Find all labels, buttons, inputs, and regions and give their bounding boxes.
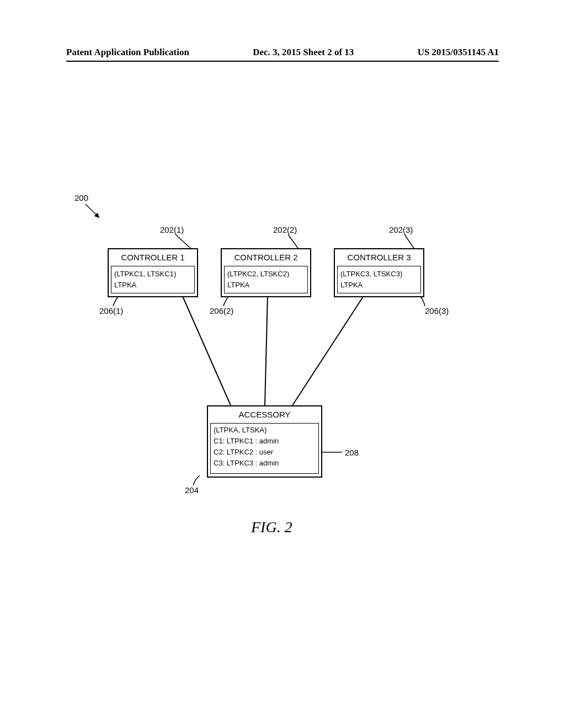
ref-c2box: 206(2) bbox=[210, 306, 233, 315]
accessory-title: ACCESSORY bbox=[208, 410, 321, 419]
accessory-line3: C2: LTPKC2 : user bbox=[214, 448, 273, 456]
ref-c3: 202(3) bbox=[389, 225, 413, 234]
controller-2-line2: LTPKA bbox=[227, 281, 249, 289]
controller-2-title: CONTROLLER 2 bbox=[222, 253, 310, 262]
ref-accbox: 208 bbox=[345, 448, 359, 457]
controller-3-line1: (LTPKC3, LTSKC3) bbox=[340, 270, 402, 278]
svg-line-2 bbox=[288, 234, 298, 248]
controller-3-title: CONTROLLER 3 bbox=[335, 253, 423, 262]
page-root: Patent Application Publication Dec. 3, 2… bbox=[0, 0, 565, 728]
ref-c3box: 206(3) bbox=[425, 306, 449, 315]
svg-line-5 bbox=[265, 295, 268, 405]
controller-3-line2: LTPKA bbox=[340, 281, 363, 289]
controller-1-line2: LTPKA bbox=[114, 281, 136, 289]
ref-c1: 202(1) bbox=[160, 225, 184, 234]
ref-system: 200 bbox=[74, 193, 88, 202]
figure-caption: FIG. 2 bbox=[251, 518, 292, 536]
accessory-line2: C1: LTPKC1 : admin bbox=[214, 437, 279, 445]
ref-c1box: 206(1) bbox=[99, 306, 123, 315]
controller-2-line1: (LTPKC2, LTSKC2) bbox=[227, 270, 289, 278]
controller-1-line1: (LTPKC1, LTSKC1) bbox=[114, 270, 176, 278]
controller-2-box: CONTROLLER 2 (LTPKC2, LTSKC2) LTPKA bbox=[221, 248, 311, 297]
controller-3-box: CONTROLLER 3 (LTPKC3, LTSKC3) LTPKA bbox=[334, 248, 424, 297]
accessory-inner: (LTPKA, LTSKA) C1: LTPKC1 : admin C2: LT… bbox=[210, 423, 319, 474]
controller-2-inner: (LTPKC2, LTSKC2) LTPKA bbox=[224, 266, 308, 293]
controller-1-inner: (LTPKC1, LTSKC1) LTPKA bbox=[111, 266, 195, 293]
controller-1-title: CONTROLLER 1 bbox=[109, 253, 197, 262]
svg-line-0 bbox=[86, 204, 99, 218]
controller-3-inner: (LTPKC3, LTSKC3) LTPKA bbox=[337, 266, 421, 293]
accessory-line4: C3: LTPKC3 : admin bbox=[214, 459, 279, 467]
accessory-line1: (LTPKA, LTSKA) bbox=[214, 426, 266, 434]
svg-line-6 bbox=[292, 295, 364, 405]
accessory-box: ACCESSORY (LTPKA, LTSKA) C1: LTPKC1 : ad… bbox=[207, 405, 322, 478]
controller-1-box: CONTROLLER 1 (LTPKC1, LTSKC1) LTPKA bbox=[108, 248, 198, 297]
ref-c2: 202(2) bbox=[273, 225, 297, 234]
ref-acc: 204 bbox=[185, 485, 199, 495]
svg-line-1 bbox=[175, 234, 190, 248]
svg-line-3 bbox=[404, 234, 414, 248]
diagram-svg bbox=[0, 0, 565, 728]
